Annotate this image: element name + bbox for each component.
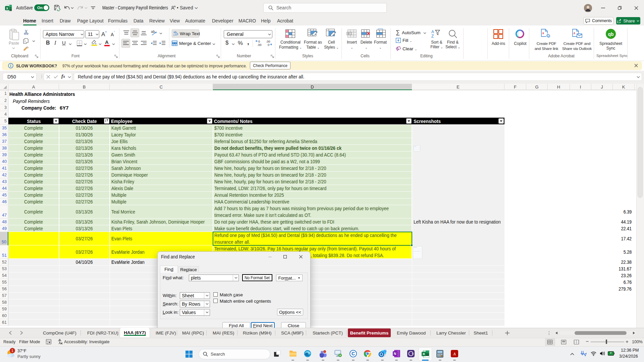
svg-text:A: A — [573, 32, 575, 35]
svg-text:.00: .00 — [257, 43, 262, 46]
svg-text:Z: Z — [431, 34, 434, 38]
svg-text:N: N — [394, 352, 396, 356]
svg-text:.00: .00 — [266, 40, 270, 43]
svg-text:ab: ab — [151, 29, 155, 34]
svg-text:A: A — [431, 29, 434, 34]
svg-text:A: A — [453, 352, 456, 356]
svg-text:0: 0 — [258, 40, 260, 43]
svg-text:qb: qb — [608, 32, 613, 37]
svg-text:x: x — [6, 6, 8, 10]
svg-text:C: C — [352, 351, 355, 356]
svg-text:0: 0 — [268, 43, 269, 46]
svg-text:A: A — [542, 32, 544, 35]
